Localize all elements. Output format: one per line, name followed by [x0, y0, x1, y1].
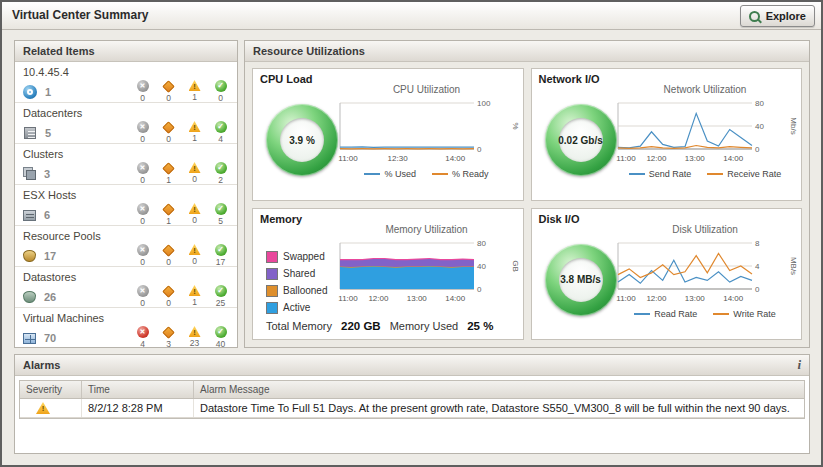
- resource-pool-icon: [23, 250, 36, 262]
- status-count: 23: [190, 338, 199, 348]
- related-item-row[interactable]: ESX Hosts60105: [15, 185, 237, 226]
- network-io-tile: Network I/O 0.02 Gb/s Network Utilizatio…: [531, 68, 803, 201]
- related-item-label: Virtual Machines: [15, 308, 237, 324]
- related-item-count: 17: [44, 250, 62, 262]
- network-gauge-value: 0.02 Gb/s: [558, 135, 602, 146]
- cpu-utilization-chart[interactable]: 0100%11:0012:3014:00: [334, 97, 520, 169]
- alarm-time: 8/2/12 8:28 PM: [82, 399, 194, 417]
- vm-icon: [23, 333, 36, 344]
- memory-legend: SwappedSharedBalloonedActive: [266, 251, 327, 314]
- status-normal-icon: [215, 285, 227, 297]
- status-count: 1: [192, 92, 197, 102]
- disk-io-gauge[interactable]: 3.8 MB/s: [545, 244, 617, 316]
- legend-swatch: [266, 285, 278, 297]
- alarm-row[interactable]: 8/2/12 8:28 PM Datastore Time To Full 51…: [20, 399, 804, 418]
- status-count: 0: [140, 298, 145, 308]
- related-item-count: 6: [44, 209, 62, 221]
- legend-item: Receive Rate: [707, 169, 781, 179]
- column-alarm-message[interactable]: Alarm Message: [194, 381, 804, 398]
- status-critical-icon: [162, 285, 175, 298]
- legend-swatch: [634, 313, 650, 315]
- column-severity[interactable]: Severity: [20, 381, 82, 398]
- related-item-row[interactable]: Datastores2600125: [15, 267, 237, 308]
- status-count: 1: [192, 133, 197, 143]
- memory-utilization-chart[interactable]: 04080GB11:0012:0013:0014:00: [334, 237, 520, 309]
- status-normal-icon: [215, 121, 227, 133]
- cluster-icon: [23, 167, 36, 180]
- alarms-table: Severity Time Alarm Message 8/2/12 8:28 …: [19, 380, 805, 419]
- status-count: 0: [166, 298, 171, 308]
- svg-text:0: 0: [755, 145, 760, 154]
- svg-text:%: %: [511, 122, 520, 129]
- info-icon[interactable]: i: [797, 355, 801, 375]
- status-unknown-icon: [137, 80, 149, 92]
- related-items-header: Related Items: [15, 41, 237, 62]
- related-items-panel: Related Items 10.4.45.410010Datacenters5…: [14, 40, 238, 348]
- column-time[interactable]: Time: [82, 381, 194, 398]
- disk-io-title: Disk I/O: [539, 213, 580, 225]
- svg-text:MB/s: MB/s: [789, 256, 798, 274]
- network-chart-legend: Send RateReceive Rate: [612, 169, 798, 179]
- status-count: 1: [192, 297, 197, 307]
- disk-chart-column: Disk Utilization 048MB/s11:0012:0013:001…: [612, 224, 798, 319]
- status-warning-icon: [189, 203, 201, 214]
- vcenter-icon: [23, 85, 37, 99]
- resource-utilizations-header: Resource Utilizations: [245, 41, 809, 62]
- svg-text:14:00: 14:00: [445, 154, 466, 163]
- status-count: 3: [166, 339, 171, 349]
- disk-gauge-ring: 3.8 MB/s: [545, 244, 617, 316]
- memory-chart-column: Memory Utilization 04080GB11:0012:0013:0…: [334, 224, 520, 309]
- network-utilization-chart[interactable]: 04080Mb/s11:0012:0013:0014:00: [612, 97, 798, 169]
- status-unknown-icon: [137, 162, 149, 174]
- status-count: 0: [192, 215, 197, 225]
- related-item-row[interactable]: 10.4.45.410010: [15, 62, 237, 103]
- status-normal-icon: [215, 326, 227, 338]
- warning-icon: [36, 402, 50, 414]
- status-count: 0: [218, 93, 223, 103]
- cpu-load-gauge[interactable]: 3.9 %: [266, 104, 338, 176]
- svg-text:13:00: 13:00: [406, 294, 427, 303]
- status-unknown-icon: [137, 121, 149, 133]
- related-item-row[interactable]: Datacenters50014: [15, 103, 237, 144]
- memory-used-value: 25 %: [467, 320, 493, 332]
- disk-utilization-chart[interactable]: 048MB/s11:0012:0013:0014:00: [612, 237, 798, 309]
- legend-swatch: [707, 173, 723, 175]
- total-memory-value: 220 GB: [341, 320, 381, 332]
- status-fatal-icon: [137, 326, 149, 338]
- related-item-row[interactable]: Resource Pools1700017: [15, 226, 237, 267]
- svg-text:0: 0: [755, 285, 760, 294]
- status-critical-icon: [162, 326, 175, 339]
- status-unknown-icon: [137, 244, 149, 256]
- status-warning-icon: [189, 162, 201, 173]
- svg-text:0: 0: [477, 285, 482, 294]
- network-io-gauge[interactable]: 0.02 Gb/s: [545, 104, 617, 176]
- resource-utilizations-panel: Resource Utilizations CPU Load 3.9 % CPU…: [244, 40, 810, 348]
- status-normal-icon: [215, 203, 227, 215]
- legend-item: Read Rate: [634, 309, 697, 319]
- explore-button[interactable]: Explore: [740, 5, 815, 27]
- virtual-center-summary-window: Virtual Center Summary Explore Related I…: [0, 0, 823, 467]
- status-count: 40: [216, 339, 225, 349]
- status-critical-icon: [162, 203, 175, 216]
- status-warning-icon: [189, 80, 201, 91]
- related-item-label: Resource Pools: [15, 226, 237, 242]
- svg-text:100: 100: [477, 99, 491, 108]
- cpu-gauge-ring: 3.9 %: [266, 104, 338, 176]
- svg-text:8: 8: [755, 239, 760, 248]
- related-item-row[interactable]: Clusters30102: [15, 144, 237, 185]
- legend-item: Ballooned: [266, 285, 327, 297]
- alarm-message: Datastore Time To Full 51 Days. At the p…: [194, 399, 804, 417]
- svg-text:11:00: 11:00: [338, 154, 358, 163]
- alarms-title: Alarms: [23, 359, 60, 371]
- status-count: 0: [166, 257, 171, 267]
- status-count: 0: [140, 93, 145, 103]
- status-normal-icon: [215, 244, 227, 256]
- disk-chart-title: Disk Utilization: [612, 224, 798, 237]
- legend-swatch: [266, 302, 278, 314]
- legend-item: Active: [266, 302, 327, 314]
- related-item-row[interactable]: Virtual Machines70432340: [15, 308, 237, 349]
- disk-chart-legend: Read RateWrite Rate: [612, 309, 798, 319]
- status-critical-icon: [162, 244, 175, 257]
- status-count: 0: [140, 216, 145, 226]
- status-count: 0: [166, 134, 171, 144]
